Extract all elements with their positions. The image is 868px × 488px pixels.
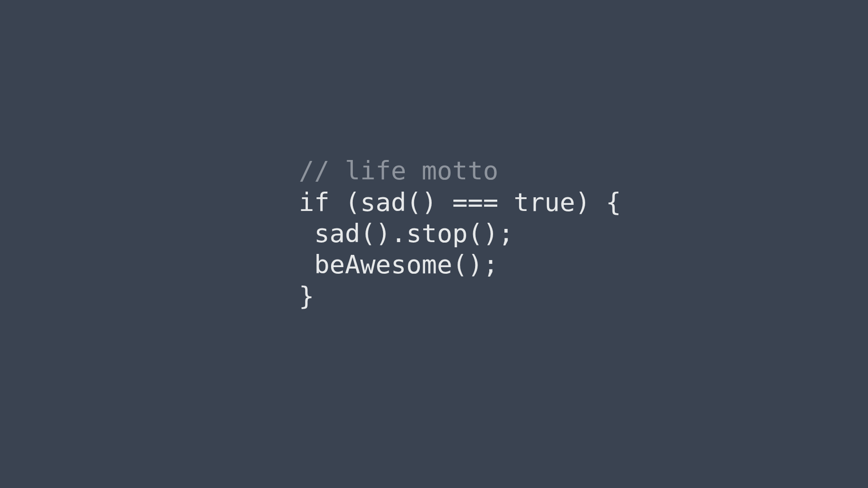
code-line-2: sad().stop(); bbox=[299, 219, 514, 248]
code-snippet: // life motto if (sad() === true) { sad(… bbox=[299, 124, 621, 312]
code-line-3: beAwesome(); bbox=[299, 250, 499, 279]
code-comment: // life motto bbox=[299, 156, 499, 185]
code-line-4: } bbox=[299, 281, 315, 311]
code-line-1: if (sad() === true) { bbox=[299, 187, 621, 217]
